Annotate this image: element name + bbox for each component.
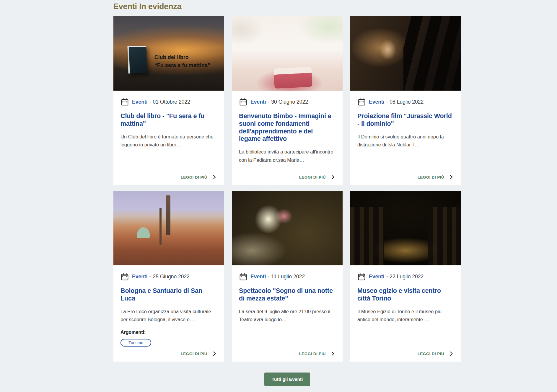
date-separator: - xyxy=(268,274,270,280)
topics-label: Argomenti: xyxy=(120,330,217,335)
calendar-icon xyxy=(357,272,366,281)
event-date: 08 Luglio 2022 xyxy=(390,99,424,105)
event-category-link[interactable]: Eventi xyxy=(369,274,385,280)
event-title-link[interactable]: Bologna e Santuario di San Luca xyxy=(120,287,217,303)
event-excerpt: La biblioteca invita a partecipare all'i… xyxy=(239,148,335,164)
date-separator: - xyxy=(149,99,151,105)
date-separator: - xyxy=(386,274,388,280)
chevron-right-icon xyxy=(449,351,454,356)
chevron-right-icon xyxy=(449,174,454,180)
event-title-link[interactable]: Benvenuto Bimbo - Immagini e suoni come … xyxy=(239,112,335,143)
event-card: Club del libro “Fu sera e fu mattina” Ev xyxy=(113,16,224,185)
event-meta: Eventi - 08 Luglio 2022 xyxy=(357,98,454,106)
event-excerpt: Il Dominio si svolge quattro anni dopo l… xyxy=(357,133,454,149)
event-card: Eventi - 11 Luglio 2022 Spettacolo "Sogn… xyxy=(232,191,343,362)
topics-row: Turismo xyxy=(120,339,217,347)
all-events-button[interactable]: Tutti gli Eventi xyxy=(264,373,310,386)
read-more-link[interactable]: LEGGI DI PIÙ xyxy=(357,170,454,180)
events-grid: Club del libro “Fu sera e fu mattina” Ev xyxy=(113,16,461,362)
featured-events-section: Eventi In evidenza Club del libro “Fu se… xyxy=(113,2,461,386)
event-excerpt: Un Club del libro è formato da persone c… xyxy=(120,133,217,149)
event-card: Eventi - 22 Luglio 2022 Museo egizio e v… xyxy=(350,191,461,362)
read-more-link[interactable]: LEGGI DI PIÙ xyxy=(239,347,335,356)
chevron-right-icon xyxy=(330,174,335,180)
event-meta: Eventi - 01 Ottobre 2022 xyxy=(120,98,217,106)
event-image-museo-egizio[interactable] xyxy=(350,191,461,265)
date-separator: - xyxy=(386,99,388,105)
event-meta: Eventi - 25 Giugno 2022 xyxy=(120,272,217,281)
calendar-icon xyxy=(120,272,129,281)
event-meta: Eventi - 22 Luglio 2022 xyxy=(357,272,454,281)
calendar-icon xyxy=(120,98,129,106)
chevron-right-icon xyxy=(330,351,335,356)
book-cover-graphic xyxy=(127,46,147,74)
event-excerpt: Il Museo Egizio di Torino è il museo più… xyxy=(357,308,454,324)
calendar-icon xyxy=(357,98,366,106)
event-card: Eventi - 25 Giugno 2022 Bologna e Santua… xyxy=(113,191,224,362)
read-more-link[interactable]: LEGGI DI PIÙ xyxy=(120,170,217,180)
event-date: 22 Luglio 2022 xyxy=(390,274,424,280)
event-meta: Eventi - 30 Giugno 2022 xyxy=(239,98,335,106)
event-image-jurassic-world[interactable] xyxy=(350,16,461,91)
event-excerpt: La sera del 9 luglio alle ore 21:00 pres… xyxy=(239,308,335,324)
event-title-link[interactable]: Spettacolo "Sogno di una notte di mezza … xyxy=(239,287,335,303)
event-excerpt: La Pro Loco organizza una visita cultura… xyxy=(120,308,217,324)
all-events-row: Tutti gli Eventi xyxy=(113,373,461,386)
section-title: Eventi In evidenza xyxy=(113,2,461,11)
event-title-link[interactable]: Museo egizio e visita centro città Torin… xyxy=(357,287,454,303)
event-category-link[interactable]: Eventi xyxy=(250,99,266,105)
event-category-link[interactable]: Eventi xyxy=(250,274,266,280)
event-title-link[interactable]: Club del libro - "Fu sera e fu mattina" xyxy=(120,112,217,128)
event-date: 11 Luglio 2022 xyxy=(271,274,305,280)
date-separator: - xyxy=(268,99,270,105)
event-card: Eventi - 30 Giugno 2022 Benvenuto Bimbo … xyxy=(232,16,343,185)
event-category-link[interactable]: Eventi xyxy=(369,99,385,105)
event-category-link[interactable]: Eventi xyxy=(132,99,148,105)
date-separator: - xyxy=(149,274,151,280)
chevron-right-icon xyxy=(212,174,217,180)
read-more-link[interactable]: LEGGI DI PIÙ xyxy=(120,347,217,356)
event-card: Eventi - 08 Luglio 2022 Proiezione film … xyxy=(350,16,461,185)
event-image-benvenuto-bimbo[interactable] xyxy=(232,16,343,91)
read-more-link[interactable]: LEGGI DI PIÙ xyxy=(239,170,335,180)
image-caption: Club del libro “Fu sera e fu mattina” xyxy=(154,53,210,69)
calendar-icon xyxy=(239,98,247,106)
chevron-right-icon xyxy=(212,351,217,356)
event-date: 25 Giugno 2022 xyxy=(153,274,190,280)
event-category-link[interactable]: Eventi xyxy=(132,274,148,280)
calendar-icon xyxy=(239,272,247,281)
event-meta: Eventi - 11 Luglio 2022 xyxy=(239,272,335,281)
event-image-sogno-notte-mezza-estate[interactable] xyxy=(232,191,343,265)
event-image-club-del-libro[interactable]: Club del libro “Fu sera e fu mattina” xyxy=(113,16,224,91)
topic-chip-turismo[interactable]: Turismo xyxy=(120,339,151,347)
event-date: 30 Giugno 2022 xyxy=(271,99,308,105)
event-image-bologna-san-luca[interactable] xyxy=(113,191,224,265)
event-date: 01 Ottobre 2022 xyxy=(153,99,190,105)
read-more-link[interactable]: LEGGI DI PIÙ xyxy=(357,347,454,356)
event-title-link[interactable]: Proiezione film "Jurassic World - Il dom… xyxy=(357,112,454,128)
